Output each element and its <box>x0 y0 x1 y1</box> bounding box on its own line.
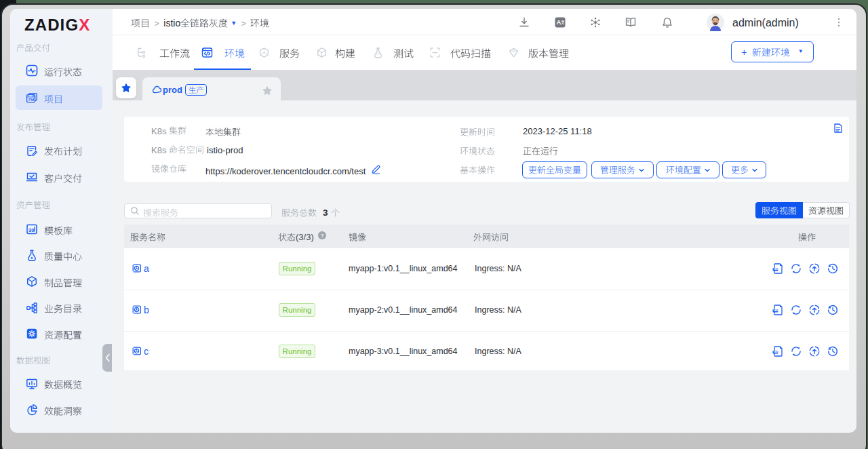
svg-text:YAML: YAML <box>773 268 779 271</box>
svg-text:A: A <box>557 18 561 26</box>
svg-text:?: ? <box>321 233 324 239</box>
svg-text:YAML: YAML <box>773 309 779 312</box>
svg-text:YAML: YAML <box>773 351 779 353</box>
svg-text:PM: PM <box>28 98 35 102</box>
svg-text:30: 30 <box>28 227 34 233</box>
